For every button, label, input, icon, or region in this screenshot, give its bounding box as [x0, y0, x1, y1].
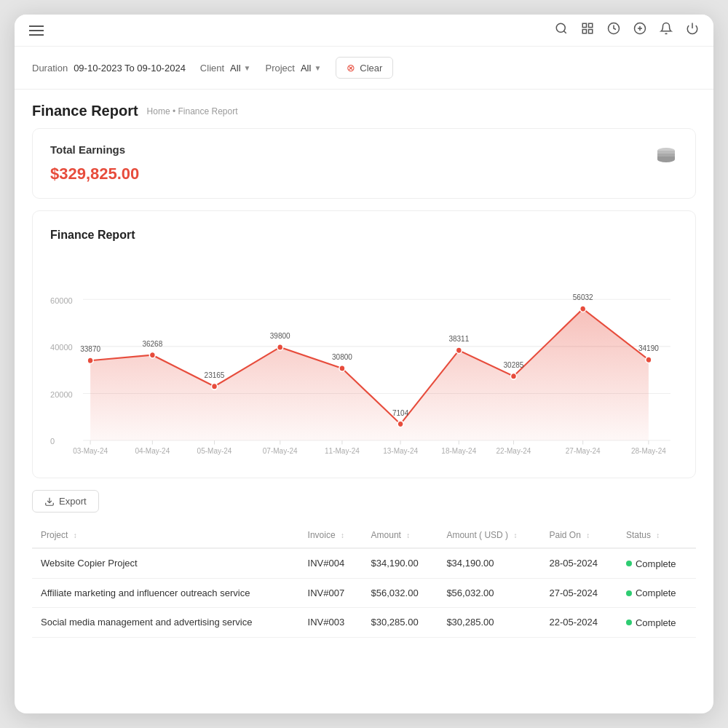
- svg-point-35: [646, 357, 652, 363]
- status-label: Complete: [636, 617, 676, 628]
- clear-label: Clear: [360, 63, 382, 74]
- table-body: Website Copier Project INV#004 $34,190.0…: [32, 548, 696, 637]
- client-arrow-icon: ▼: [244, 64, 251, 72]
- svg-text:38311: 38311: [448, 335, 469, 343]
- earnings-info: Total Earnings $329,825.00: [50, 143, 139, 183]
- clear-button[interactable]: ⊗ Clear: [336, 57, 393, 79]
- svg-point-31: [397, 421, 403, 427]
- client-value: All: [230, 63, 240, 74]
- svg-text:28-May-24: 28-May-24: [631, 447, 666, 455]
- svg-point-33: [510, 373, 516, 379]
- cell-status: Complete: [617, 608, 696, 638]
- table-row: Affiliate marketing and influencer outre…: [32, 578, 696, 608]
- svg-point-28: [212, 383, 218, 389]
- chart-card: Finance Report 0 20000 40000 60000: [32, 210, 696, 478]
- chart-area: 0 20000 40000 60000: [50, 256, 678, 460]
- chart-svg: 0 20000 40000 60000: [50, 256, 678, 460]
- top-nav: [15, 15, 713, 47]
- cell-paid-on: 28-05-2024: [540, 548, 617, 578]
- col-status: Status ↕: [617, 523, 696, 548]
- breadcrumb-current: Finance Report: [178, 106, 237, 116]
- svg-point-32: [456, 347, 462, 354]
- svg-point-30: [339, 365, 345, 372]
- project-select[interactable]: All ▼: [301, 63, 321, 74]
- cell-project: Website Copier Project: [32, 548, 299, 578]
- cell-invoice: INV#004: [299, 548, 363, 578]
- search-icon[interactable]: [555, 22, 568, 39]
- finance-table: Project ↕ Invoice ↕ Amount ↕ Amount ( US…: [32, 523, 696, 638]
- svg-text:04-May-24: 04-May-24: [135, 447, 170, 455]
- filter-bar: Duration 09-10-2023 To 09-10-2024 Client…: [15, 47, 713, 90]
- clock-icon[interactable]: [607, 22, 620, 39]
- export-button[interactable]: Export: [32, 490, 99, 513]
- svg-rect-4: [582, 30, 586, 33]
- svg-text:20000: 20000: [50, 389, 73, 398]
- svg-text:05-May-24: 05-May-24: [197, 447, 232, 455]
- earnings-icon: [654, 143, 678, 171]
- status-badge: Complete: [626, 558, 676, 569]
- svg-text:56032: 56032: [573, 293, 593, 301]
- svg-text:40000: 40000: [50, 343, 73, 352]
- table-row: Website Copier Project INV#004 $34,190.0…: [32, 548, 696, 578]
- earnings-label: Total Earnings: [50, 143, 139, 156]
- table-header: Project ↕ Invoice ↕ Amount ↕ Amount ( US…: [32, 523, 696, 548]
- svg-text:22-May-24: 22-May-24: [496, 447, 531, 455]
- breadcrumb-home: Home: [147, 106, 170, 116]
- svg-point-34: [580, 306, 586, 312]
- svg-rect-5: [589, 30, 593, 33]
- cell-amount-usd: $30,285.00: [438, 608, 540, 638]
- svg-point-26: [87, 357, 93, 364]
- svg-text:34190: 34190: [638, 344, 659, 352]
- breadcrumb: Home • Finance Report: [147, 106, 238, 116]
- cell-amount: $56,032.00: [363, 578, 438, 608]
- grid-icon[interactable]: [581, 22, 594, 39]
- export-icon: [44, 496, 55, 507]
- power-icon[interactable]: [686, 22, 699, 39]
- bell-icon[interactable]: [660, 22, 673, 39]
- sort-icon: ↕: [586, 531, 590, 539]
- chart-title: Finance Report: [50, 229, 678, 242]
- cell-amount-usd: $34,190.00: [438, 548, 540, 578]
- project-arrow-icon: ▼: [314, 64, 321, 72]
- x-circle-icon: ⊗: [347, 62, 355, 74]
- svg-rect-2: [582, 23, 586, 27]
- nav-icons: [555, 22, 699, 39]
- cell-paid-on: 27-05-2024: [540, 578, 617, 608]
- svg-text:60000: 60000: [50, 296, 73, 304]
- svg-text:03-May-24: 03-May-24: [73, 447, 108, 455]
- page-title: Finance Report: [32, 103, 138, 119]
- status-label: Complete: [636, 587, 676, 598]
- status-dot-icon: [626, 561, 632, 566]
- duration-filter: Duration 09-10-2023 To 09-10-2024: [32, 63, 186, 74]
- duration-label: Duration: [32, 63, 68, 74]
- col-paid-on: Paid On ↕: [540, 523, 617, 548]
- svg-text:11-May-24: 11-May-24: [325, 447, 360, 455]
- plus-circle-icon[interactable]: [633, 22, 646, 39]
- status-label: Complete: [636, 558, 676, 569]
- client-select[interactable]: All ▼: [230, 63, 250, 74]
- cell-status: Complete: [617, 548, 696, 578]
- hamburger-menu[interactable]: [29, 25, 44, 36]
- svg-line-1: [563, 31, 566, 33]
- cell-amount: $30,285.00: [363, 608, 438, 638]
- duration-value: 09-10-2023 To 09-10-2024: [74, 63, 186, 74]
- cell-amount-usd: $56,032.00: [438, 578, 540, 608]
- svg-rect-3: [589, 23, 593, 27]
- table-section: Export Project ↕ Invoice ↕ Amount ↕: [32, 490, 696, 638]
- cell-project: Affiliate marketing and influencer outre…: [32, 578, 299, 608]
- cell-project: Social media management and advertising …: [32, 608, 299, 638]
- cell-invoice: INV#007: [299, 578, 363, 608]
- project-filter: Project All ▼: [265, 63, 321, 74]
- status-badge: Complete: [626, 587, 676, 598]
- earnings-amount: $329,825.00: [50, 165, 139, 183]
- cell-amount: $34,190.00: [363, 548, 438, 578]
- svg-text:33870: 33870: [80, 345, 100, 353]
- svg-text:36268: 36268: [142, 340, 162, 348]
- sort-icon: ↕: [656, 531, 660, 539]
- svg-text:30800: 30800: [332, 353, 352, 361]
- client-filter: Client All ▼: [200, 63, 251, 74]
- cell-status: Complete: [617, 578, 696, 608]
- status-badge: Complete: [626, 617, 676, 628]
- svg-text:13-May-24: 13-May-24: [383, 447, 418, 455]
- col-invoice: Invoice ↕: [299, 523, 363, 548]
